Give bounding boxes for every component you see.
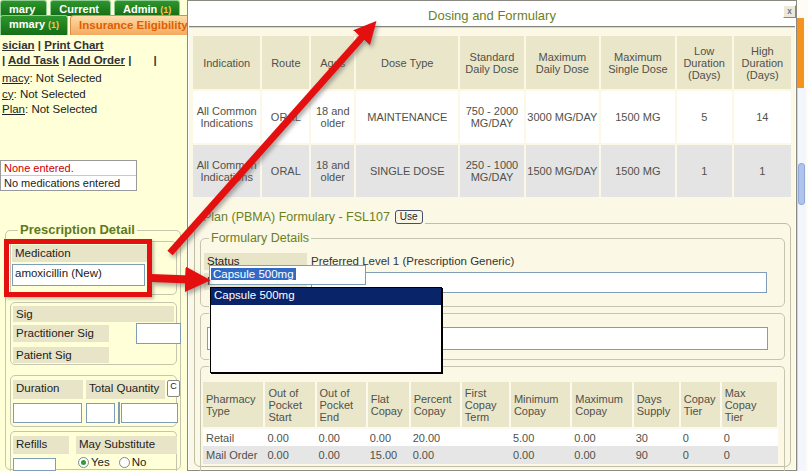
physician-link[interactable]: sician	[2, 39, 35, 51]
col-header: Low Duration (Days)	[677, 36, 732, 89]
cell: 15.00	[367, 446, 410, 464]
col-header: High Duration (Days)	[734, 36, 791, 89]
popup-titlebar: Dosing and Formulary	[189, 2, 795, 28]
plan-legend-text: Plan (PBMA) Formulary - FSL107	[203, 210, 390, 224]
col-header: Flat Copay	[367, 382, 410, 428]
use-button[interactable]: Use	[395, 210, 423, 224]
scrollbar-thumb[interactable]	[798, 163, 805, 205]
agency-link[interactable]: cy	[2, 88, 14, 100]
dosing-row-single-dose: All Common Indications ORAL 18 and older…	[193, 145, 791, 197]
cell: 5.00	[510, 428, 571, 446]
duration-input[interactable]	[13, 403, 82, 423]
refills-label: Refills	[13, 436, 69, 454]
cell: ORAL	[262, 145, 309, 197]
cell: 0.00	[316, 428, 367, 446]
tab-label: Insurance Eligibility	[79, 19, 188, 31]
cell: 0.00	[264, 446, 315, 464]
col-header: Copay Tier	[680, 382, 721, 428]
print-chart-link[interactable]: Print Chart	[44, 39, 103, 51]
sig-header: Sig	[13, 306, 174, 322]
total-quantity-input[interactable]	[86, 403, 115, 423]
add-order-link[interactable]: Add Order	[68, 54, 125, 66]
col-header: Indication	[193, 36, 260, 89]
plan-formulary-legend: Plan (PBMA) Formulary - FSL107Use	[201, 210, 425, 224]
status-text: : Not Selected	[14, 88, 86, 100]
tab-current[interactable]: Current	[50, 0, 111, 16]
col-header: Maximum Single Dose	[601, 36, 675, 89]
cell: 20.00	[410, 428, 461, 446]
col-header: Percent Copay	[410, 382, 461, 428]
practitioner-sig-input[interactable]	[136, 323, 181, 344]
links-line1: sician | Print Chart	[2, 38, 157, 53]
cell: 0.00	[571, 446, 632, 464]
tab-badge: (1)	[48, 20, 59, 30]
col-header: Out of Pocket Start	[264, 382, 315, 428]
strength-combobox[interactable]: Capsule 500mg	[209, 265, 366, 285]
cell: 0	[721, 428, 778, 446]
radio-unselected-icon	[119, 457, 130, 468]
status-text: : Not Selected	[29, 72, 101, 84]
col-header: Standard Daily Dose	[460, 36, 523, 89]
yes-label: Yes	[91, 456, 110, 468]
cell: 0	[721, 446, 778, 464]
cell: 0.00	[510, 446, 571, 464]
tab-badge: (1)	[160, 5, 171, 15]
cell: 0.00	[264, 428, 315, 446]
status-text: : Not Selected	[25, 103, 97, 115]
dropdown-option[interactable]: Capsule 500mg	[211, 288, 441, 305]
highlight-box	[4, 239, 152, 297]
no-medications-message: No medications entered	[1, 175, 136, 190]
dosing-table: Indication Route Ages Dose Type Standard…	[191, 34, 793, 199]
cell: 0.00	[410, 446, 461, 464]
col-header: Route	[262, 36, 309, 89]
col-header: First Copay Term	[461, 382, 510, 428]
may-substitute-radios: Yes No	[78, 456, 146, 468]
pharmacy-status: macy: Not Selected	[2, 71, 102, 87]
formulary-details-legend: Formulary Details	[209, 231, 311, 245]
tab-summary-active[interactable]: mmary(1)	[0, 15, 68, 35]
quantity-calc-button[interactable]: C	[167, 380, 180, 397]
tab-summary-top[interactable]: mary	[0, 0, 47, 16]
pharmacy-link[interactable]: macy	[2, 72, 29, 84]
link-separator: |	[38, 39, 41, 51]
link-separator: |	[2, 54, 5, 66]
cell: 1500 MG	[601, 145, 675, 197]
page-scrollbar[interactable]	[797, 88, 806, 471]
may-substitute-label: May Substitute	[76, 436, 177, 454]
patient-sig-label: Patient Sig	[13, 347, 109, 363]
selection-status: macy: Not Selected cy: Not Selected Plan…	[2, 71, 102, 118]
substitute-no-option[interactable]: No	[119, 456, 147, 468]
col-header: Days Supply	[633, 382, 680, 428]
col-header: Pharmacy Type	[203, 382, 264, 428]
combobox-selected-text: Capsule 500mg	[211, 268, 296, 280]
cell: 5	[677, 91, 732, 143]
medications-message-box: None entered. No medications entered	[0, 160, 137, 191]
col-header: Dose Type	[356, 36, 458, 89]
quick-links: sician | Print Chart | Add Task | Add Or…	[2, 38, 157, 68]
cell: Mail Order	[203, 446, 264, 464]
cell: 1	[677, 145, 732, 197]
cell: 90	[633, 446, 680, 464]
tab-label: mary	[9, 3, 35, 15]
plan-link[interactable]: Plan	[2, 103, 25, 115]
close-icon[interactable]: x	[783, 5, 796, 18]
add-task-link[interactable]: Add Task	[8, 54, 59, 66]
tab-admin[interactable]: Admin(1)	[114, 0, 180, 16]
plan-status: Plan: Not Selected	[2, 102, 102, 118]
col-header: Ages	[311, 36, 354, 89]
copay-row-retail: Retail 0.00 0.00 0.00 20.00 5.00 0.00 30…	[203, 428, 778, 446]
substitute-yes-option[interactable]: Yes	[78, 456, 110, 468]
dosing-header-row: Indication Route Ages Dose Type Standard…	[193, 36, 791, 89]
cell: SINGLE DOSE	[356, 145, 458, 197]
total-quantity-unit-input[interactable]	[121, 403, 178, 423]
col-header: Maximum Daily Dose	[526, 36, 600, 89]
tab-insurance-eligibility[interactable]: Insurance Eligibility	[70, 15, 198, 35]
refills-input[interactable]	[13, 458, 56, 471]
cell: All Common Indications	[193, 91, 260, 143]
tab-label: Current	[59, 3, 99, 15]
popup-title: Dosing and Formulary	[189, 8, 795, 23]
copay-row-mail-order: Mail Order 0.00 0.00 15.00 0.00 0.00 0.0…	[203, 446, 778, 464]
total-quantity-label: Total Quantity	[86, 380, 165, 399]
duration-label: Duration	[13, 380, 83, 399]
dosing-formulary-popup: Dosing and Formulary x Indication Route …	[187, 0, 797, 471]
